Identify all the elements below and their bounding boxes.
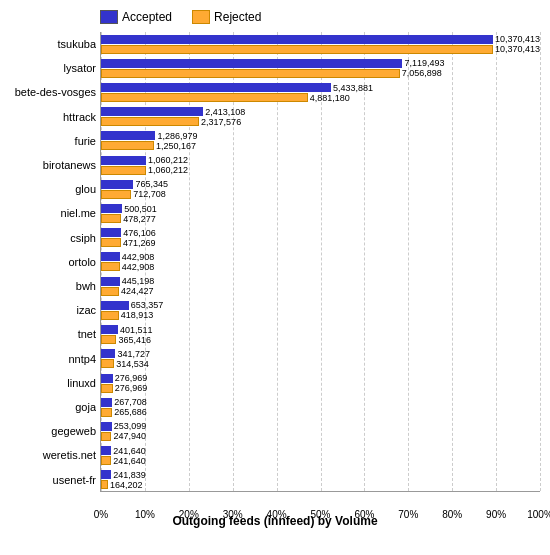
bar-accepted-label: 476,106: [123, 228, 156, 238]
y-label: linuxd: [10, 371, 96, 395]
y-label: csiph: [10, 226, 96, 250]
y-label: bwh: [10, 274, 96, 298]
bar-row: 1,060,2121,060,212: [101, 153, 540, 177]
y-label: glou: [10, 177, 96, 201]
bar-rejected: [101, 359, 114, 368]
bar-accepted: [101, 83, 331, 92]
bar-rejected: [101, 214, 121, 223]
bar-rejected: [101, 287, 119, 296]
x-tick: 90%: [486, 509, 506, 520]
bar-row: 5,433,8814,881,180: [101, 80, 540, 104]
bar-rejected-label: 365,416: [118, 335, 151, 345]
bar-row: 401,511365,416: [101, 323, 540, 347]
rejected-label: Rejected: [214, 10, 261, 24]
bar-accepted-label: 241,640: [113, 446, 146, 456]
bar-rejected: [101, 45, 493, 54]
bar-accepted: [101, 228, 121, 237]
x-tick: 80%: [442, 509, 462, 520]
bar-rejected-label: 265,686: [114, 407, 147, 417]
bar-rejected-label: 314,534: [116, 359, 149, 369]
bar-accepted-label: 10,370,413: [495, 34, 540, 44]
bar-accepted-label: 653,357: [131, 300, 164, 310]
bar-rejected-label: 1,060,212: [148, 165, 188, 175]
bar-row: 276,969276,969: [101, 371, 540, 395]
bar-row: 2,413,1082,317,576: [101, 105, 540, 129]
y-label: tsukuba: [10, 32, 96, 56]
bars-area: 10,370,41310,370,4137,119,4937,056,8985,…: [100, 32, 540, 492]
x-tick: 0%: [94, 509, 108, 520]
bar-accepted-label: 276,969: [115, 373, 148, 383]
bar-row: 241,640241,640: [101, 444, 540, 468]
bar-rejected: [101, 480, 108, 489]
y-label: niel.me: [10, 201, 96, 225]
bar-rejected-label: 478,277: [123, 214, 156, 224]
bar-rejected-label: 276,969: [115, 383, 148, 393]
bar-rejected-label: 471,269: [123, 238, 156, 248]
y-label: izac: [10, 298, 96, 322]
y-label: bete-des-vosges: [10, 80, 96, 104]
bar-accepted-label: 267,708: [114, 397, 147, 407]
bar-row: 7,119,4937,056,898: [101, 56, 540, 80]
y-labels: tsukubalysatorbete-des-vosgeshttrackfuri…: [10, 32, 100, 492]
bar-rejected: [101, 69, 400, 78]
y-label: weretis.net: [10, 443, 96, 467]
bar-rejected-label: 712,708: [133, 189, 166, 199]
x-tick: 70%: [398, 509, 418, 520]
y-label: birotanews: [10, 153, 96, 177]
bar-rejected-label: 164,202: [110, 480, 143, 490]
bar-row: 765,345712,708: [101, 177, 540, 201]
bar-accepted: [101, 470, 111, 479]
rejected-swatch: [192, 10, 210, 24]
bar-accepted: [101, 349, 115, 358]
bar-row: 653,357418,913: [101, 298, 540, 322]
bar-accepted-label: 241,839: [113, 470, 146, 480]
bar-rejected: [101, 141, 154, 150]
y-label: lysator: [10, 56, 96, 80]
bar-accepted-label: 7,119,493: [404, 58, 444, 68]
bar-rejected: [101, 384, 113, 393]
bar-accepted: [101, 131, 155, 140]
y-label: furie: [10, 129, 96, 153]
bar-accepted: [101, 35, 493, 44]
bar-accepted: [101, 301, 129, 310]
y-label: gegeweb: [10, 419, 96, 443]
y-label: goja: [10, 395, 96, 419]
bar-accepted: [101, 277, 120, 286]
bar-rejected-label: 2,317,576: [201, 117, 241, 127]
bar-rejected-label: 247,940: [113, 431, 146, 441]
bar-accepted-label: 1,286,979: [157, 131, 197, 141]
bar-row: 442,908442,908: [101, 250, 540, 274]
bar-row: 476,106471,269: [101, 226, 540, 250]
bar-rejected-label: 4,881,180: [310, 93, 350, 103]
bar-accepted-label: 2,413,108: [205, 107, 245, 117]
chart-area: tsukubalysatorbete-des-vosgeshttrackfuri…: [10, 32, 540, 492]
bar-accepted-label: 341,727: [117, 349, 150, 359]
bar-rejected: [101, 166, 146, 175]
bar-row: 1,286,9791,250,167: [101, 129, 540, 153]
bar-rejected: [101, 311, 119, 320]
chart-container: Accepted Rejected tsukubalysatorbete-des…: [0, 0, 550, 555]
bar-rejected: [101, 238, 121, 247]
bar-accepted-label: 401,511: [120, 325, 153, 335]
bar-row: 267,708265,686: [101, 395, 540, 419]
bar-row: 10,370,41310,370,413: [101, 32, 540, 56]
x-tick: 20%: [179, 509, 199, 520]
x-tick: 30%: [223, 509, 243, 520]
accepted-swatch: [100, 10, 118, 24]
bar-rejected: [101, 93, 308, 102]
y-label: nntp4: [10, 347, 96, 371]
bar-rejected: [101, 408, 112, 417]
bar-accepted: [101, 252, 120, 261]
bar-rejected: [101, 456, 111, 465]
bar-accepted: [101, 422, 112, 431]
legend-accepted: Accepted: [100, 10, 172, 24]
bar-rejected-label: 418,913: [121, 310, 154, 320]
bar-row: 445,198424,427: [101, 274, 540, 298]
bar-accepted: [101, 398, 112, 407]
legend: Accepted Rejected: [10, 10, 540, 24]
bar-rejected: [101, 432, 111, 441]
bar-accepted: [101, 204, 122, 213]
x-tick: 100%: [527, 509, 550, 520]
bar-rejected-label: 7,056,898: [402, 68, 442, 78]
y-label: tnet: [10, 322, 96, 346]
